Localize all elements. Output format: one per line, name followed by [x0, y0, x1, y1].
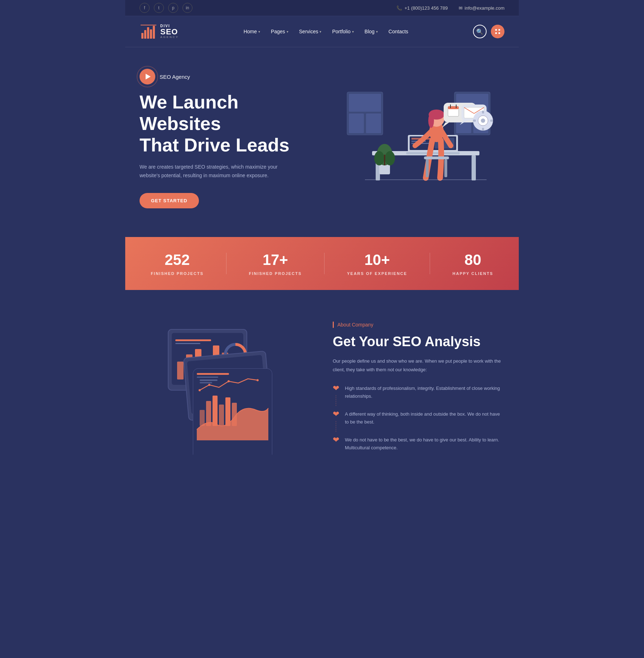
stat-label-3: YEARS OF EXPERIENCE: [347, 271, 407, 276]
nav-contacts-label: Contacts: [389, 29, 408, 34]
nav-services[interactable]: Services ▾: [299, 29, 322, 34]
hero-title: We Launch Websites That Drive Leads: [140, 92, 311, 156]
svg-rect-0: [141, 33, 143, 39]
svg-rect-56: [177, 362, 184, 379]
hero-title-line2: That Drive Leads: [140, 135, 289, 155]
contact-info: 📞 +1 (800)123 456 789 ✉ info@example.com: [396, 5, 504, 11]
svg-rect-75: [206, 401, 211, 426]
hero-description: We are creates targeted SEO strategies, …: [140, 163, 283, 180]
top-bar: f t p in 📞 +1 (800)123 456 789 ✉ info@ex…: [125, 0, 519, 16]
label-accent-bar: [333, 321, 334, 328]
instagram-icon[interactable]: in: [182, 3, 192, 13]
stat-divider-1: [226, 253, 226, 274]
chevron-down-icon: ▾: [376, 30, 378, 34]
nav-pages-label: Pages: [271, 29, 285, 34]
device-stack-svg: [157, 319, 293, 455]
svg-rect-79: [232, 403, 237, 426]
pinterest-icon[interactable]: p: [168, 3, 178, 13]
about-section-label: About Company: [333, 321, 504, 328]
stat-divider-3: [430, 253, 430, 274]
svg-point-50: [374, 151, 384, 165]
nav-actions: 🔍: [473, 25, 504, 38]
svg-rect-52: [384, 155, 385, 165]
stat-happy-clients: 80 HAPPY CLIENTS: [453, 251, 493, 276]
hero-title-line1: We Launch Websites: [140, 92, 238, 134]
chevron-down-icon: ▾: [319, 30, 321, 34]
heart-icon-2: ❤: [333, 410, 339, 418]
search-icon: 🔍: [476, 28, 483, 35]
stat-divider-2: [324, 253, 325, 274]
email-contact: ✉ info@example.com: [459, 5, 504, 11]
svg-rect-6: [349, 94, 381, 112]
svg-rect-76: [213, 396, 218, 426]
svg-point-26: [428, 113, 434, 128]
chevron-down-icon: ▾: [287, 30, 288, 34]
feature-connector-1: [336, 395, 336, 406]
svg-rect-73: [197, 377, 218, 378]
svg-point-80: [199, 389, 201, 391]
logo-text: DIVI SEO AGENCY: [160, 24, 179, 39]
stat-number-1: 252: [151, 251, 204, 268]
feature-item-1: ❤ High standards of professionalism, int…: [333, 384, 504, 400]
play-button[interactable]: [140, 69, 155, 84]
twitter-icon[interactable]: t: [154, 3, 164, 13]
email-address: info@example.com: [465, 5, 504, 11]
svg-rect-44: [482, 111, 484, 113]
stat-label-2: FINISHED PROJECTS: [249, 271, 302, 276]
desk-illustration-svg: [343, 85, 494, 192]
nav-pages[interactable]: Pages ▾: [271, 29, 288, 34]
svg-rect-77: [219, 405, 224, 426]
logo[interactable]: DIVI SEO AGENCY: [140, 23, 179, 40]
heart-icon-1: ❤: [333, 384, 339, 393]
svg-rect-7: [349, 113, 364, 133]
get-started-button[interactable]: GET STARTED: [140, 193, 199, 208]
hero-badge: SEO Agency: [140, 69, 311, 84]
heart-icon-3: ❤: [333, 435, 339, 444]
nav-blog-label: Blog: [365, 29, 375, 34]
menu-button[interactable]: [491, 25, 504, 38]
nav-home[interactable]: Home ▾: [244, 29, 260, 34]
hero-section: SEO Agency We Launch Websites That Drive…: [125, 47, 519, 237]
about-description: Our people define us and show who we are…: [333, 357, 504, 374]
grid-icon: [495, 29, 500, 34]
svg-rect-1: [144, 30, 146, 39]
nav-portfolio[interactable]: Portfolio ▾: [332, 29, 353, 34]
feature-icon-wrap-3: ❤: [333, 436, 339, 444]
stat-number-2: 17+: [249, 251, 302, 268]
svg-rect-63: [175, 343, 200, 344]
chevron-down-icon: ▾: [258, 30, 260, 34]
hero-illustration: [333, 85, 504, 192]
search-button[interactable]: 🔍: [473, 25, 487, 38]
logo-icon: [140, 23, 157, 40]
phone-icon: 📞: [396, 5, 402, 11]
nav-services-label: Services: [299, 29, 318, 34]
facebook-icon[interactable]: f: [140, 3, 150, 13]
svg-rect-2: [147, 27, 149, 39]
svg-rect-3: [150, 29, 152, 39]
about-section: About Company Get Your SEO Analysis Our …: [125, 290, 519, 483]
svg-point-82: [228, 380, 230, 382]
chevron-down-icon: ▾: [352, 30, 354, 34]
feature-icon-wrap-2: ❤: [333, 410, 339, 418]
feature-text-3: We do not have to be the best, we do hav…: [345, 436, 504, 452]
about-content: About Company Get Your SEO Analysis Our …: [333, 321, 504, 452]
nav-blog[interactable]: Blog ▾: [365, 29, 378, 34]
svg-rect-29: [444, 159, 447, 177]
about-illustration: [140, 319, 311, 455]
navbar: DIVI SEO AGENCY Home ▾ Pages ▾ Services …: [125, 16, 519, 47]
svg-rect-8: [366, 113, 381, 133]
svg-point-51: [385, 151, 395, 165]
feature-item-2: ❤ A different way of thinking, both insi…: [333, 410, 504, 426]
stat-finished-projects-1: 252 FINISHED PROJECTS: [151, 251, 204, 276]
svg-rect-62: [175, 339, 211, 341]
svg-rect-72: [197, 373, 229, 375]
about-label-text: About Company: [337, 322, 373, 328]
svg-rect-27: [424, 156, 449, 159]
svg-rect-47: [490, 120, 493, 122]
svg-rect-15: [472, 155, 476, 180]
nav-contacts[interactable]: Contacts: [389, 29, 408, 34]
svg-rect-33: [448, 106, 459, 109]
svg-rect-78: [225, 397, 230, 426]
hero-content: SEO Agency We Launch Websites That Drive…: [140, 69, 311, 208]
logo-agency: AGENCY: [160, 36, 179, 39]
